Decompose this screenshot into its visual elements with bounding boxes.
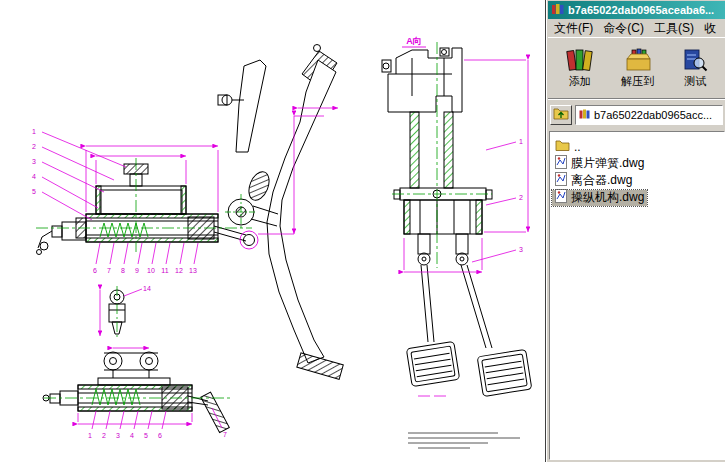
- callout-label: 2: [32, 143, 36, 150]
- folder-icon: [555, 139, 570, 155]
- callout-label: 8: [121, 267, 125, 274]
- archive-name: b7a65022dab0965acc...: [594, 109, 712, 121]
- callout-label: 7: [107, 267, 111, 274]
- callout-label: 11: [161, 267, 168, 274]
- master-cylinder-dimensions: [42, 132, 218, 264]
- pedal-lever-view: [218, 45, 343, 380]
- add-button[interactable]: 添加: [552, 40, 608, 96]
- master-cylinder-view: [37, 164, 247, 255]
- address-bar: b7a65022dab0965acc...: [548, 99, 725, 130]
- dwg-file-icon: [555, 155, 567, 172]
- callout-label: 1: [88, 432, 92, 439]
- master-cylinder-callouts: 1 2 3 4 5 6 7 8 9 10 11 12 13: [32, 128, 197, 274]
- winrar-app-icon: [551, 1, 565, 19]
- test-button-label: 测试: [684, 74, 706, 89]
- file-name: 膜片弹簧.dwg: [571, 155, 644, 172]
- notes-block: [408, 433, 520, 448]
- cad-canvas: 1 2 3 4 5 6 7 8 9 10 11 12 13 14: [0, 0, 545, 462]
- archive-icon: [579, 109, 591, 122]
- dwg-file-icon: [555, 189, 567, 206]
- callout-label: 1: [519, 138, 523, 145]
- callout-label: 1: [32, 128, 36, 135]
- up-directory-button[interactable]: [550, 105, 572, 125]
- archive-path-combo[interactable]: b7a65022dab0965acc...: [575, 105, 723, 125]
- view-direction-label: A向: [406, 36, 422, 46]
- add-archive-icon: [566, 47, 594, 73]
- test-archive-icon: [681, 47, 709, 73]
- folder-up-icon: [553, 107, 569, 124]
- extract-to-button-label: 解压到: [621, 74, 654, 89]
- small-fitting-dimensions: [100, 289, 142, 336]
- file-name: 操纵机构.dwg: [571, 189, 644, 206]
- callout-label: 6: [158, 432, 162, 439]
- callout-label: 4: [32, 173, 36, 180]
- test-button[interactable]: 测试: [667, 40, 723, 96]
- front-view-callouts: 1 2 3: [519, 138, 523, 253]
- callout-label: 12: [175, 267, 183, 274]
- winrar-window: b7a65022dab0965aceaba6... 文件(F) 命令(C) 工具…: [545, 0, 725, 462]
- menu-bar: 文件(F) 命令(C) 工具(S) 收: [548, 19, 725, 37]
- callout-label: 2: [519, 194, 523, 201]
- menu-file[interactable]: 文件(F): [554, 20, 593, 37]
- menu-tools[interactable]: 工具(S): [654, 20, 694, 37]
- callout-label: 14: [143, 285, 151, 292]
- file-list: .. 膜片弹簧.dwg 离合器.dwg: [549, 131, 725, 460]
- callout-label: 3: [116, 432, 120, 439]
- extract-to-icon: [624, 47, 652, 73]
- bottom-assembly-callouts: 1 2 3 4 5 6 7: [88, 431, 227, 439]
- dwg-file-icon: [555, 172, 567, 189]
- window-title: b7a65022dab0965aceaba6...: [568, 4, 714, 16]
- file-row-dwg-2[interactable]: 离合器.dwg: [550, 172, 724, 189]
- toolbar: 添加 解压到: [548, 37, 725, 99]
- callout-label: 5: [32, 188, 36, 195]
- menu-favorites[interactable]: 收: [704, 20, 716, 37]
- callout-label: 7: [223, 431, 227, 438]
- callout-label: 9: [135, 267, 139, 274]
- callout-label: 3: [519, 246, 523, 253]
- menu-commands[interactable]: 命令(C): [603, 20, 644, 37]
- cad-drawing-area: 1 2 3 4 5 6 7 8 9 10 11 12 13 14: [0, 0, 545, 462]
- callout-label: 4: [130, 432, 134, 439]
- file-name: ..: [574, 140, 581, 154]
- callout-label: 13: [189, 267, 197, 274]
- file-row-dwg-1[interactable]: 膜片弹簧.dwg: [550, 155, 724, 172]
- callout-label: 3: [32, 158, 36, 165]
- file-row-up-directory[interactable]: ..: [550, 138, 724, 155]
- callout-label: 5: [144, 432, 148, 439]
- front-view: [382, 48, 532, 397]
- callout-label: 10: [147, 267, 155, 274]
- file-row-dwg-3-selected[interactable]: 操纵机构.dwg: [550, 189, 724, 206]
- add-button-label: 添加: [569, 74, 591, 89]
- extract-to-button[interactable]: 解压到: [610, 40, 666, 96]
- file-name: 离合器.dwg: [571, 172, 632, 189]
- titlebar[interactable]: b7a65022dab0965aceaba6...: [548, 1, 725, 19]
- callout-label: 2: [102, 432, 106, 439]
- callout-label: 6: [93, 267, 97, 274]
